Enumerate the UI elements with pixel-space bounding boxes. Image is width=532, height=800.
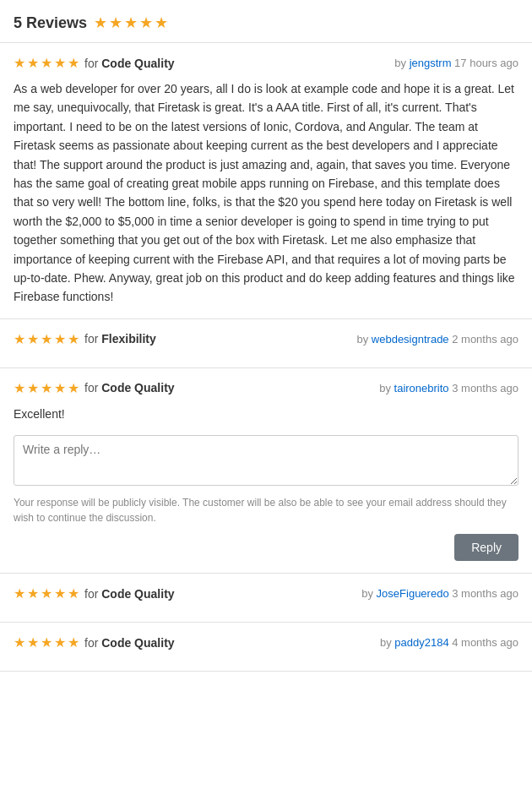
by-label: by — [394, 57, 409, 69]
review-card: ★ ★ ★ ★ ★ for Code Quality by jengstrm 1… — [0, 43, 532, 319]
reply-button[interactable]: Reply — [454, 534, 518, 561]
star: ★ — [27, 585, 39, 601]
review-meta-right: by taironebrito 3 months ago — [379, 382, 518, 395]
review-meta: ★ ★ ★ ★ ★ for Code Quality by JoseFiguer… — [14, 585, 518, 601]
star: ★ — [54, 380, 66, 396]
review-author[interactable]: jengstrm — [410, 57, 452, 69]
by-label: by — [361, 587, 376, 600]
review-card: ★ ★ ★ ★ ★ for Code Quality by paddy2184 … — [0, 623, 532, 672]
reply-section: Your response will be publicly visible. … — [14, 435, 518, 561]
star: ★ — [14, 634, 25, 650]
by-label: by — [379, 382, 394, 395]
star: ★ — [27, 380, 39, 396]
review-meta-right: by jengstrm 17 hours ago — [394, 57, 518, 69]
review-meta-left: ★ ★ ★ ★ ★ for Flexibility — [14, 331, 156, 347]
star: ★ — [41, 634, 52, 650]
review-stars: ★ ★ ★ ★ ★ — [14, 585, 79, 601]
star: ★ — [41, 380, 52, 396]
star: ★ — [14, 55, 25, 71]
review-author[interactable]: JoseFigueredo — [377, 587, 449, 600]
reply-textarea[interactable] — [14, 435, 518, 486]
review-category-label: for Code Quality — [84, 636, 175, 650]
review-meta-left: ★ ★ ★ ★ ★ for Code Quality — [14, 55, 175, 71]
star-2: ★ — [109, 14, 122, 32]
review-stars: ★ ★ ★ ★ ★ — [14, 55, 79, 71]
review-meta-left: ★ ★ ★ ★ ★ for Code Quality — [14, 585, 175, 601]
review-category: Code Quality — [101, 381, 174, 395]
review-category-label: for Flexibility — [84, 332, 156, 346]
review-timestamp: 2 months ago — [449, 333, 518, 346]
review-timestamp: 17 hours ago — [451, 57, 518, 69]
star: ★ — [41, 585, 52, 601]
star: ★ — [54, 55, 66, 71]
review-meta: ★ ★ ★ ★ ★ for Code Quality by jengstrm 1… — [14, 55, 518, 71]
reviews-count: 5 Reviews — [14, 14, 87, 32]
review-timestamp: 4 months ago — [449, 636, 518, 649]
review-card: ★ ★ ★ ★ ★ for Code Quality by taironebri… — [0, 368, 532, 574]
review-category: Code Quality — [101, 636, 174, 650]
review-card: ★ ★ ★ ★ ★ for Code Quality by JoseFiguer… — [0, 574, 532, 623]
star-5: ★ — [155, 14, 168, 32]
review-timestamp: 3 months ago — [449, 382, 518, 395]
review-timestamp: 3 months ago — [449, 587, 518, 600]
review-meta-left: ★ ★ ★ ★ ★ for Code Quality — [14, 634, 175, 650]
star: ★ — [54, 585, 66, 601]
star: ★ — [54, 331, 66, 347]
review-author[interactable]: webdesigntrade — [372, 333, 449, 346]
star-3: ★ — [124, 14, 138, 32]
reply-actions: Reply — [14, 534, 518, 561]
star: ★ — [14, 585, 25, 601]
star: ★ — [54, 634, 66, 650]
star: ★ — [68, 634, 79, 650]
review-category: Code Quality — [101, 57, 174, 70]
review-meta: ★ ★ ★ ★ ★ for Code Quality by paddy2184 … — [14, 634, 518, 650]
star: ★ — [27, 634, 39, 650]
star: ★ — [27, 55, 39, 71]
review-meta-right: by webdesigntrade 2 months ago — [356, 333, 518, 346]
review-body: As a web developer for over 20 years, al… — [14, 79, 518, 307]
review-stars: ★ ★ ★ ★ ★ — [14, 380, 79, 396]
review-author[interactable]: paddy2184 — [394, 636, 448, 649]
review-category-label: for Code Quality — [84, 587, 175, 601]
reviews-header: 5 Reviews ★ ★ ★ ★ ★ — [0, 0, 532, 43]
by-label: by — [356, 333, 371, 346]
review-meta: ★ ★ ★ ★ ★ for Flexibility by webdesigntr… — [14, 331, 518, 347]
star: ★ — [27, 331, 39, 347]
review-stars: ★ ★ ★ ★ ★ — [14, 634, 79, 650]
star: ★ — [14, 380, 25, 396]
review-body: Excellent! — [14, 405, 518, 423]
star: ★ — [68, 380, 79, 396]
star-1: ★ — [94, 14, 107, 32]
reply-notice: Your response will be publicly visible. … — [14, 495, 518, 525]
review-author[interactable]: taironebrito — [394, 382, 449, 395]
by-label: by — [380, 636, 394, 649]
star: ★ — [68, 585, 79, 601]
star: ★ — [68, 55, 79, 71]
star-4: ★ — [139, 14, 153, 32]
star: ★ — [14, 331, 25, 347]
review-category-label: for Code Quality — [84, 381, 175, 395]
star: ★ — [68, 331, 79, 347]
review-meta-right: by JoseFigueredo 3 months ago — [361, 587, 518, 600]
star: ★ — [41, 331, 52, 347]
review-meta: ★ ★ ★ ★ ★ for Code Quality by taironebri… — [14, 380, 518, 396]
review-category: Flexibility — [101, 332, 156, 346]
star: ★ — [41, 55, 52, 71]
review-meta-right: by paddy2184 4 months ago — [380, 636, 518, 649]
review-category-label: for Code Quality — [84, 57, 175, 70]
header-stars: ★ ★ ★ ★ ★ — [94, 14, 168, 32]
review-meta-left: ★ ★ ★ ★ ★ for Code Quality — [14, 380, 175, 396]
review-stars: ★ ★ ★ ★ ★ — [14, 331, 79, 347]
review-category: Code Quality — [101, 587, 174, 601]
review-card: ★ ★ ★ ★ ★ for Flexibility by webdesigntr… — [0, 319, 532, 368]
